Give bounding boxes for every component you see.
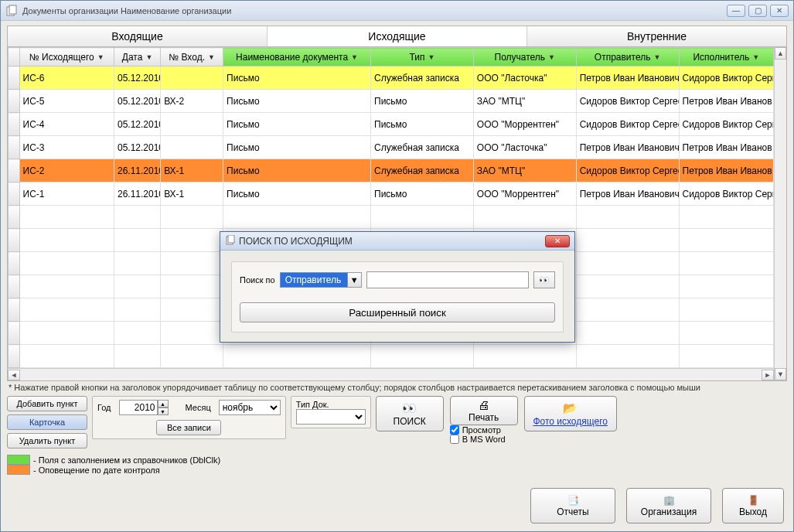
reports-button[interactable]: 📑 Отчеты xyxy=(530,488,615,523)
table-row[interactable]: ИС-605.12.2010ПисьмоСлужебная запискаООО… xyxy=(9,66,774,90)
table-cell[interactable]: Сидоров Виктор Серг xyxy=(679,66,774,90)
table-row[interactable]: ИС-305.12.2010ПисьмоСлужебная запискаООО… xyxy=(9,136,774,159)
table-cell[interactable]: Письмо xyxy=(223,113,371,136)
table-cell[interactable]: Сидоров Виктор Сергееви xyxy=(576,90,679,113)
table-cell[interactable] xyxy=(9,90,20,113)
table-cell[interactable] xyxy=(9,136,20,159)
table-cell[interactable]: ИС-4 xyxy=(19,113,114,136)
table-cell[interactable]: Сидоров Виктор Серг xyxy=(679,182,774,206)
table-cell[interactable]: Письмо xyxy=(223,90,371,113)
organization-button[interactable]: 🏢 Организация xyxy=(626,488,711,523)
table-row[interactable]: ИС-226.11.2010ВХ-1ПисьмоСлужебная записк… xyxy=(9,159,774,182)
table-cell[interactable]: 05.12.2010 xyxy=(114,90,160,113)
table-row[interactable]: ИС-405.12.2010ПисьмоПисьмоООО "Моррентге… xyxy=(9,113,774,136)
table-cell[interactable]: Служебная записка xyxy=(371,159,474,182)
photo-button[interactable]: 📂 Фото исходящего xyxy=(524,396,617,431)
table-cell[interactable]: Служебная записка xyxy=(371,136,474,159)
table-cell[interactable]: Петров Иван Иванов xyxy=(679,90,774,113)
titlebar[interactable]: Документы организации Наименование орган… xyxy=(1,1,793,21)
search-go-button[interactable]: 👀 xyxy=(533,271,555,288)
col-type[interactable]: Тип▼ xyxy=(371,48,474,66)
minimize-button[interactable]: — xyxy=(727,5,745,17)
year-up-icon[interactable]: ▲ xyxy=(158,400,169,408)
table-cell[interactable]: Письмо xyxy=(371,182,474,206)
table-cell[interactable]: 05.12.2010 xyxy=(114,66,160,90)
col-number[interactable]: № Исходящего▼ xyxy=(19,48,114,66)
table-cell[interactable]: ООО "Ласточка" xyxy=(473,66,576,90)
row-selector-header[interactable] xyxy=(9,48,20,66)
table-cell[interactable]: Сидоров Виктор Сергееви xyxy=(576,159,679,182)
search-button[interactable]: 👀 ПОИСК xyxy=(376,396,444,431)
table-cell[interactable]: ИС-6 xyxy=(19,66,114,90)
table-row[interactable]: ИС-505.12.2010ВХ-2ПисьмоПисьмоЗАО "МТЦ"С… xyxy=(9,90,774,113)
print-button[interactable]: 🖨 Печать xyxy=(450,396,518,425)
table-cell[interactable]: Сидоров Виктор Сергееви xyxy=(576,113,679,136)
col-executor[interactable]: Исполнитель▼ xyxy=(679,48,774,66)
table-cell[interactable]: ИС-5 xyxy=(19,90,114,113)
doctype-select[interactable] xyxy=(296,409,366,425)
col-recipient[interactable]: Получатель▼ xyxy=(473,48,576,66)
table-cell[interactable]: Письмо xyxy=(223,159,371,182)
year-input[interactable] xyxy=(119,400,158,415)
tab-internal[interactable]: Внутренние xyxy=(527,26,786,46)
chevron-down-icon[interactable]: ▼ xyxy=(348,272,362,288)
table-cell[interactable] xyxy=(161,113,223,136)
maximize-button[interactable]: ▢ xyxy=(748,5,767,17)
scroll-down-icon[interactable]: ▼ xyxy=(775,368,786,380)
table-cell[interactable]: ВХ-2 xyxy=(161,90,223,113)
search-text-input[interactable] xyxy=(366,271,529,288)
table-cell[interactable]: ЗАО "МТЦ" xyxy=(473,90,576,113)
table-cell[interactable]: ИС-1 xyxy=(19,182,114,206)
table-cell[interactable]: ИС-2 xyxy=(19,159,114,182)
table-cell[interactable]: Петров Иван Иванович xyxy=(576,66,679,90)
table-cell[interactable] xyxy=(9,113,20,136)
table-cell[interactable]: 05.12.2010 xyxy=(114,113,160,136)
table-cell[interactable]: ИС-3 xyxy=(19,136,114,159)
table-cell[interactable]: Служебная записка xyxy=(371,66,474,90)
horizontal-scrollbar[interactable]: ◄ ► xyxy=(8,368,774,380)
msword-checkbox[interactable]: В MS Word xyxy=(450,435,518,444)
table-cell[interactable]: Письмо xyxy=(371,113,474,136)
col-sender[interactable]: Отправитель▼ xyxy=(576,48,679,66)
table-cell[interactable]: 26.11.2010 xyxy=(114,159,160,182)
preview-checkbox[interactable]: Просмотр xyxy=(450,425,518,435)
table-cell[interactable]: ВХ-1 xyxy=(161,159,223,182)
col-docname[interactable]: Наименование документа▼ xyxy=(223,48,371,66)
exit-button[interactable]: 🚪 Выход xyxy=(722,488,784,523)
card-button[interactable]: Карточка xyxy=(7,414,87,430)
table-cell[interactable]: Письмо xyxy=(223,182,371,206)
tab-outgoing[interactable]: Исходящие xyxy=(268,26,527,46)
table-cell[interactable]: ВХ-1 xyxy=(161,182,223,206)
add-item-button[interactable]: Добавить пункт xyxy=(7,396,87,411)
delete-item-button[interactable]: Удалить пункт xyxy=(7,433,87,448)
scroll-right-icon[interactable]: ► xyxy=(762,370,774,380)
table-cell[interactable]: Петров Иван Иванов xyxy=(679,136,774,159)
table-cell[interactable] xyxy=(161,66,223,90)
table-cell[interactable] xyxy=(161,136,223,159)
table-cell[interactable]: ООО "Ласточка" xyxy=(473,136,576,159)
close-button[interactable]: ✕ xyxy=(770,5,789,17)
month-select[interactable]: ноябрь xyxy=(219,400,281,415)
dialog-titlebar[interactable]: ПОИСК ПО ИСХОДЯЩИМ ✕ xyxy=(220,232,574,251)
dialog-close-button[interactable]: ✕ xyxy=(545,235,570,247)
table-cell[interactable]: 26.11.2010 xyxy=(114,182,160,206)
search-by-combo[interactable]: Отправитель ▼ xyxy=(280,272,362,288)
table-cell[interactable]: Письмо xyxy=(223,66,371,90)
all-records-button[interactable]: Все записи xyxy=(156,420,221,435)
table-cell[interactable]: Письмо xyxy=(223,136,371,159)
vertical-scrollbar[interactable]: ▲ ▼ xyxy=(774,47,786,380)
col-in-number[interactable]: № Вход.▼ xyxy=(161,48,223,66)
scroll-up-icon[interactable]: ▲ xyxy=(775,47,786,60)
tab-incoming[interactable]: Входящие xyxy=(8,26,268,46)
year-down-icon[interactable]: ▼ xyxy=(158,408,169,415)
table-cell[interactable]: ООО "Моррентген" xyxy=(473,182,576,206)
table-cell[interactable]: ООО "Моррентген" xyxy=(473,113,576,136)
table-cell[interactable]: Петров Иван Иванович xyxy=(576,136,679,159)
table-cell[interactable] xyxy=(9,159,20,182)
table-cell[interactable]: 05.12.2010 xyxy=(114,136,160,159)
table-cell[interactable] xyxy=(9,66,20,90)
col-date[interactable]: Дата▼ xyxy=(114,48,160,66)
table-cell[interactable]: Петров Иван Иванов xyxy=(679,159,774,182)
advanced-search-button[interactable]: Расширенный поиск xyxy=(240,302,555,322)
table-cell[interactable]: Петров Иван Иванович xyxy=(576,182,679,206)
